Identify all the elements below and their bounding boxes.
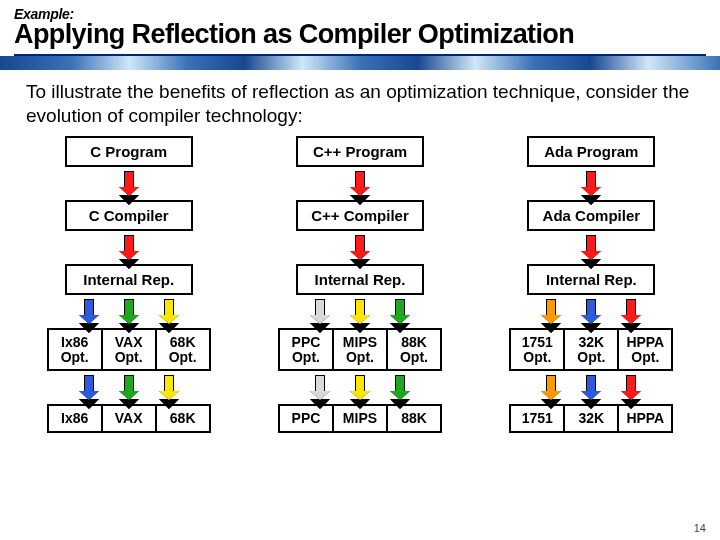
opt-box: MIPSOpt.: [332, 328, 388, 371]
arrow-down-icon: [541, 375, 561, 400]
arrow-row: [310, 299, 410, 324]
arrow-down-icon: [159, 299, 179, 324]
opt-row: 1751Opt. 32KOpt. HPPAOpt.: [509, 328, 673, 371]
slide-title: Applying Reflection as Compiler Optimiza…: [14, 20, 706, 48]
program-box: C Program: [65, 136, 193, 167]
arrow-down-icon: [390, 375, 410, 400]
arrow-row: [310, 375, 410, 400]
diagram-columns: C Program C Compiler Internal Rep. Ix86O…: [0, 136, 720, 433]
diagram-column: C Program C Compiler Internal Rep. Ix86O…: [22, 136, 235, 433]
arrow-down-icon: [79, 375, 99, 400]
opt-row: Ix86Opt. VAXOpt. 68KOpt.: [47, 328, 211, 371]
opt-box: 68KOpt.: [155, 328, 211, 371]
arrow-row: [350, 235, 370, 260]
arrow-row: [541, 375, 641, 400]
arrow-down-icon: [581, 299, 601, 324]
arrow-row: [79, 299, 179, 324]
arrow-row: [119, 171, 139, 196]
intro-text: To illustrate the benefits of reflection…: [0, 70, 720, 136]
arrow-down-icon: [119, 235, 139, 260]
arrow-row: [541, 299, 641, 324]
program-box: Ada Program: [527, 136, 655, 167]
program-box: C++ Program: [296, 136, 424, 167]
opt-box: Ix86Opt.: [47, 328, 103, 371]
opt-box: 88KOpt.: [386, 328, 442, 371]
arrow-down-icon: [621, 299, 641, 324]
opt-box: PPCOpt.: [278, 328, 334, 371]
opt-box: HPPAOpt.: [617, 328, 673, 371]
arrow-down-icon: [581, 235, 601, 260]
opt-box: 32KOpt.: [563, 328, 619, 371]
opt-box: VAXOpt.: [101, 328, 157, 371]
opt-box: 1751Opt.: [509, 328, 565, 371]
arrow-down-icon: [350, 235, 370, 260]
opt-row: PPCOpt. MIPSOpt. 88KOpt.: [278, 328, 442, 371]
arrow-down-icon: [119, 171, 139, 196]
arrow-row: [581, 235, 601, 260]
arrow-down-icon: [581, 171, 601, 196]
arrow-row: [581, 171, 601, 196]
arrow-down-icon: [350, 375, 370, 400]
arrow-row: [79, 375, 179, 400]
diagram-column: C++ Program C++ Compiler Internal Rep. P…: [253, 136, 466, 433]
arrow-row: [119, 235, 139, 260]
arrow-down-icon: [350, 171, 370, 196]
arrow-down-icon: [310, 375, 330, 400]
arrow-down-icon: [159, 375, 179, 400]
arrow-down-icon: [310, 299, 330, 324]
arrow-down-icon: [390, 299, 410, 324]
arrow-row: [350, 171, 370, 196]
arrow-down-icon: [119, 375, 139, 400]
arrow-down-icon: [119, 299, 139, 324]
arrow-down-icon: [541, 299, 561, 324]
slide-header: Example: Applying Reflection as Compiler…: [0, 0, 720, 56]
arrow-down-icon: [79, 299, 99, 324]
arrow-down-icon: [621, 375, 641, 400]
arrow-down-icon: [350, 299, 370, 324]
page-number: 14: [694, 522, 706, 534]
diagram-column: Ada Program Ada Compiler Internal Rep. 1…: [485, 136, 698, 433]
arrow-down-icon: [581, 375, 601, 400]
decorative-band: [0, 56, 720, 70]
